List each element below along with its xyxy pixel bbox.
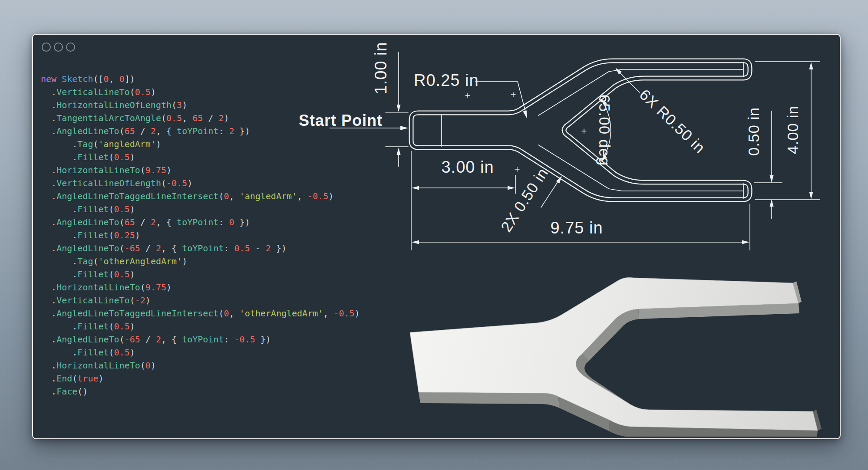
code-line: .HorizontalLineTo(0) — [41, 359, 360, 372]
code-line: .Tag('angledArm') — [41, 138, 360, 151]
code-line: .Fillet(0.5) — [41, 346, 360, 359]
code-line: .AngledLineTo(-65 / 2, { toYPoint: -0.5 … — [41, 333, 360, 346]
code-line: .HorizontalLineOfLength(3) — [41, 99, 360, 112]
code-line: .Fillet(0.5) — [41, 268, 360, 281]
code-line: .VerticalLineTo(-2) — [41, 294, 360, 307]
code-line: .AngledLineTo(65 / 2, { toYPoint: 0 }) — [41, 216, 360, 229]
code-line: .AngledLineTo(-65 / 2, { toYPoint: 0.5 -… — [41, 242, 360, 255]
traffic-light-maximize-icon[interactable] — [66, 43, 75, 52]
code-line: .Fillet(0.5) — [41, 151, 360, 164]
code-line: .AngledLineToTaggedLineIntersect(0, 'oth… — [41, 307, 360, 320]
traffic-light-minimize-icon[interactable] — [54, 43, 63, 52]
code-line: .TangentialArcToAngle(0.5, 65 / 2) — [41, 112, 360, 125]
traffic-light-close-icon[interactable] — [42, 43, 51, 52]
code-line: .VerticalLineOfLength(-0.5) — [41, 177, 360, 190]
code-editor[interactable]: new Sketch([0, 0]) .VerticalLineTo(0.5) … — [41, 72, 360, 398]
window-controls — [42, 43, 75, 52]
code-line: .HorizontalLineTo(9.75) — [41, 281, 360, 294]
code-line: .AngledLineToTaggedLineIntersect(0, 'ang… — [41, 190, 360, 203]
code-line: .End(true) — [41, 372, 360, 385]
code-line: .Face() — [41, 385, 360, 398]
code-line: .Fillet(0.25) — [41, 229, 360, 242]
code-line: .VerticalLineTo(0.5) — [41, 85, 360, 99]
code-line: .Fillet(0.5) — [41, 320, 360, 333]
code-line: new Sketch([0, 0]) — [41, 72, 360, 85]
desktop-background: new Sketch([0, 0]) .VerticalLineTo(0.5) … — [0, 0, 868, 470]
code-line: .AngledLineTo(65 / 2, { toYPoint: 2 }) — [41, 125, 360, 138]
code-line: .Tag('otherAngledArm') — [41, 255, 360, 268]
code-line: .HorizontalLineTo(9.75) — [41, 164, 360, 177]
code-line: .Fillet(0.5) — [41, 203, 360, 216]
